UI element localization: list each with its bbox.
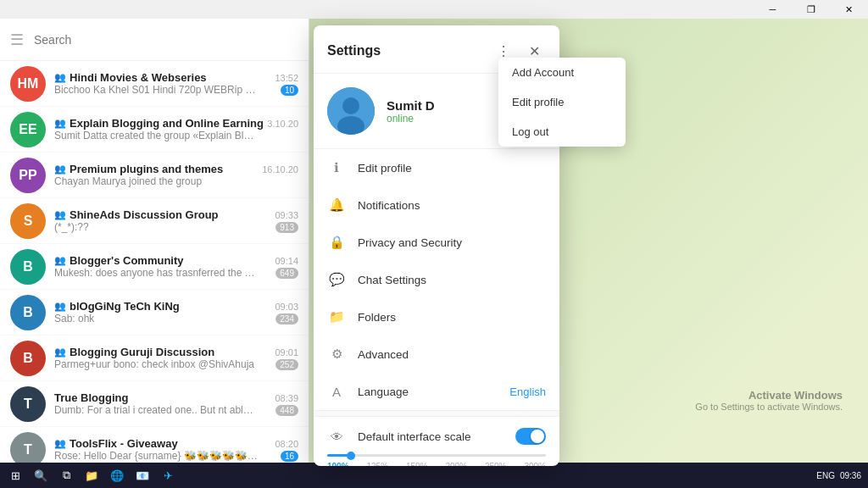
profile-name: Sumit D bbox=[387, 98, 435, 113]
context-menu-edit-profile[interactable]: Edit profile bbox=[498, 87, 626, 117]
scale-tick: 150% bbox=[406, 462, 428, 466]
badge: 10 bbox=[281, 85, 298, 96]
badge: 252 bbox=[275, 359, 298, 370]
notifications-icon: 🔔 bbox=[327, 196, 346, 214]
taskbar-app1[interactable]: 📁 bbox=[80, 463, 103, 487]
chat-top: 👥 Explain Blogging and Online Earning 3.… bbox=[54, 117, 298, 130]
scale-header: 👁 Default interface scale bbox=[327, 427, 546, 446]
chat-name: 👥 ShineAds Discussion Group bbox=[54, 208, 219, 221]
badge: 913 bbox=[275, 222, 298, 233]
taskbar-app4[interactable]: ✈ bbox=[156, 463, 180, 487]
badge: 649 bbox=[275, 268, 298, 279]
chat-preview: Rose: Hello Dear {surname} 🐝🐝🐝🐝🐝 Welcome… bbox=[54, 450, 258, 462]
badge: 16 bbox=[281, 451, 298, 462]
avatar: EE bbox=[10, 112, 46, 147]
chat-top: True Blogging 08:39 bbox=[54, 391, 298, 404]
scale-tick: 300% bbox=[524, 462, 546, 466]
avatar: T bbox=[10, 432, 46, 463]
chat-content: 👥 Explain Blogging and Online Earning 3.… bbox=[54, 117, 298, 141]
chat-item[interactable]: HM 👥 Hindi Movies & Webseries 13:52 Bicc… bbox=[0, 61, 309, 107]
chat-name: 👥 Explain Blogging and Online Earning bbox=[54, 117, 264, 130]
chat-content: True Blogging 08:39 Dumb: For a trial i … bbox=[54, 391, 298, 416]
chat-preview: Bicchoo Ka Khel S01 Hindi 720p WEBRip x2… bbox=[54, 84, 258, 96]
chat-item[interactable]: T 👥 ToolsFlix - Giveaway 08:20 Rose: Hel… bbox=[0, 427, 309, 463]
chat-preview: Mukesh: does anyone has trasnferred the … bbox=[54, 267, 258, 279]
chat-time: 09:01 bbox=[275, 347, 298, 358]
chat-time: 13:52 bbox=[275, 73, 298, 83]
taskbar-app3[interactable]: 📧 bbox=[131, 463, 154, 487]
taskbar-start[interactable]: ⊞ bbox=[3, 463, 27, 487]
settings-divider bbox=[314, 410, 559, 417]
avatar: HM bbox=[10, 66, 46, 102]
chat-preview: (*_*):?? bbox=[54, 221, 89, 233]
scale-labels: 100%125%150%200%250%300% bbox=[327, 462, 546, 466]
settings-item-edit-profile[interactable]: ℹ Edit profile bbox=[314, 149, 559, 186]
chat-top: 👥 Premium plugins and themes 16.10.20 bbox=[54, 163, 298, 175]
chat-name: 👥 ToolsFlix - Giveaway bbox=[54, 437, 178, 450]
privacy-security-label: Privacy and Security bbox=[358, 236, 546, 249]
chat-item[interactable]: S 👥 ShineAds Discussion Group 09:33 (*_*… bbox=[0, 198, 309, 244]
chat-time: 09:14 bbox=[275, 256, 298, 266]
avatar bbox=[327, 87, 375, 135]
scale-section: 👁 Default interface scale 100%125%150%20… bbox=[314, 417, 559, 466]
chat-top: 👥 ShineAds Discussion Group 09:33 bbox=[54, 208, 298, 221]
chat-time: 16.10.20 bbox=[262, 164, 298, 175]
settings-item-chat-settings[interactable]: 💬 Chat Settings bbox=[314, 261, 559, 298]
settings-item-advanced[interactable]: ⚙ Advanced bbox=[314, 336, 559, 373]
language-label: Language bbox=[358, 385, 498, 398]
chat-time: 3.10.20 bbox=[267, 119, 298, 129]
title-bar: ─ ❐ ✕ bbox=[0, 0, 868, 19]
taskbar-app2[interactable]: 🌐 bbox=[105, 463, 129, 487]
taskbar-icons: ⊞ 🔍 ⧉ 📁 🌐 📧 ✈ bbox=[0, 463, 810, 487]
privacy-security-icon: 🔒 bbox=[327, 233, 346, 252]
chat-preview: Dumb: For a trial i created one.. But nt… bbox=[54, 404, 258, 416]
search-input[interactable] bbox=[34, 33, 298, 47]
settings-item-folders[interactable]: 📁 Folders bbox=[314, 298, 559, 336]
folders-icon: 📁 bbox=[327, 308, 346, 326]
chat-content: 👥 Blogger's Community 09:14 Mukesh: does… bbox=[54, 254, 298, 279]
activate-subtitle: Go to Settings to activate Windows. bbox=[695, 402, 843, 412]
activate-windows: Activate Windows Go to Settings to activ… bbox=[695, 389, 843, 412]
settings-item-notifications[interactable]: 🔔 Notifications bbox=[314, 186, 559, 224]
chat-content: 👥 ShineAds Discussion Group 09:33 (*_*):… bbox=[54, 208, 298, 233]
taskbar: ⊞ 🔍 ⧉ 📁 🌐 📧 ✈ ENG 09:36 bbox=[0, 463, 868, 488]
close-button[interactable]: ✕ bbox=[830, 0, 868, 19]
chat-preview: Sab: ohk bbox=[54, 313, 94, 324]
avatar: B bbox=[10, 249, 46, 285]
language-value: English bbox=[509, 385, 546, 398]
scale-bar-thumb[interactable] bbox=[347, 452, 355, 460]
chat-item[interactable]: B 👥 Blogger's Community 09:14 Mukesh: do… bbox=[0, 244, 309, 290]
avatar: S bbox=[10, 203, 46, 239]
language-icon: A bbox=[327, 382, 346, 401]
context-menu-log-out[interactable]: Log out bbox=[498, 117, 626, 147]
chat-top: 👥 Hindi Movies & Webseries 13:52 bbox=[54, 71, 298, 84]
chat-item[interactable]: B 👥 blOgGiNg TeCh KiNg 09:03 Sab: ohk 23… bbox=[0, 290, 309, 336]
advanced-label: Advanced bbox=[358, 348, 546, 361]
chat-name: 👥 Blogger's Community bbox=[54, 254, 184, 267]
restore-button[interactable]: ❐ bbox=[792, 0, 830, 19]
taskbar-taskview[interactable]: ⧉ bbox=[54, 463, 78, 487]
avatar: B bbox=[10, 295, 46, 330]
chat-content: 👥 ToolsFlix - Giveaway 08:20 Rose: Hello… bbox=[54, 437, 298, 462]
chat-item[interactable]: T True Blogging 08:39 Dumb: For a trial … bbox=[0, 381, 309, 427]
chat-item[interactable]: PP 👥 Premium plugins and themes 16.10.20… bbox=[0, 152, 309, 198]
chat-item[interactable]: B 👥 Blogging Guruji Discussion 09:01 Par… bbox=[0, 336, 309, 381]
minimize-button[interactable]: ─ bbox=[754, 0, 792, 19]
avatar: T bbox=[10, 386, 46, 422]
chat-item[interactable]: EE 👥 Explain Blogging and Online Earning… bbox=[0, 107, 309, 152]
context-menu-add-account[interactable]: Add Account bbox=[498, 58, 626, 87]
scale-tick: 200% bbox=[445, 462, 467, 466]
avatar: PP bbox=[10, 158, 46, 193]
taskbar-search[interactable]: 🔍 bbox=[29, 463, 53, 487]
settings-item-privacy-security[interactable]: 🔒 Privacy and Security bbox=[314, 224, 559, 261]
scale-tick: 100% bbox=[327, 462, 349, 466]
folders-label: Folders bbox=[358, 311, 546, 324]
badge: 234 bbox=[275, 313, 298, 324]
menu-icon[interactable]: ☰ bbox=[10, 30, 24, 49]
settings-item-language[interactable]: A Language English bbox=[314, 373, 559, 410]
taskbar-time: 09:36 bbox=[840, 471, 861, 480]
chat-top: 👥 Blogging Guruji Discussion 09:01 bbox=[54, 346, 298, 358]
badge: 448 bbox=[275, 405, 298, 416]
scale-tick: 125% bbox=[366, 462, 388, 466]
scale-toggle[interactable] bbox=[515, 428, 546, 445]
